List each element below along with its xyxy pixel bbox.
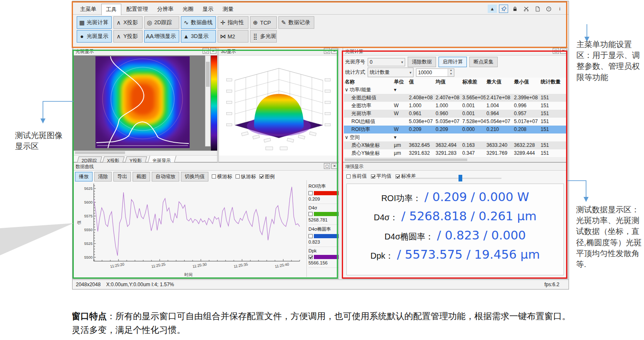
cut-icon[interactable] xyxy=(521,5,531,13)
menu-item-tools[interactable]: 工具 xyxy=(101,4,121,15)
row-name: D4σX xyxy=(344,157,393,158)
auto-scale-button[interactable]: 自动缩放 xyxy=(152,172,179,181)
menu-item-config-management[interactable]: 配置管理 xyxy=(122,4,152,15)
info-icon[interactable]: i xyxy=(555,5,564,13)
toolbar-button-label: M2 xyxy=(228,33,235,40)
toolbar-row-2: ●光斑显示∧Y投影AA增强显示▲3D显示⋈M2⣿多光斑 xyxy=(77,30,314,43)
beam-vertical-scrollbar[interactable] xyxy=(205,55,210,146)
checkbox-box-current-value[interactable] xyxy=(346,174,351,179)
checkbox-h-cursor[interactable]: 横游标 xyxy=(212,173,232,180)
stat-count-spinner[interactable]: 10000 ▲▼ xyxy=(416,68,454,77)
float-icon[interactable]: ▢ xyxy=(553,48,559,54)
legend-checkbox-dpk[interactable] xyxy=(308,255,313,259)
clear-button[interactable]: 清除 xyxy=(94,172,112,181)
menu-item-resolution[interactable]: 分辨率 xyxy=(153,4,178,15)
table-row[interactable]: D4σXµm5754.7115754.1760.4015755.1075753.… xyxy=(344,157,566,158)
spot-index-select[interactable]: 0▾ xyxy=(368,58,405,66)
table-row[interactable]: 光斑功率W0.9610.9600.0010.9640.957151 xyxy=(344,110,566,118)
toolbar-button-data-curve[interactable]: ∿数据曲线 xyxy=(181,16,216,29)
empty-cell xyxy=(408,133,435,141)
toolbar-button-x-projection[interactable]: ∧X投影 xyxy=(113,16,143,29)
grid-dots-icon: ⣿ xyxy=(252,33,259,40)
pin-icon[interactable] xyxy=(499,5,508,13)
clear-data-button[interactable]: 清除数据 xyxy=(408,57,436,67)
export-button[interactable]: 导出 xyxy=(113,172,131,181)
toolbar-button-spot-display[interactable]: ●光斑显示 xyxy=(77,30,112,43)
3d-surface-plot[interactable] xyxy=(219,55,338,156)
readout-label: D4σ： xyxy=(374,212,398,223)
screenshot-button[interactable]: 截图 xyxy=(133,172,150,181)
legend-checkbox-d4sigma-ellipticity[interactable] xyxy=(308,234,313,238)
table-group-row[interactable]: ∨ 空间▾ xyxy=(344,133,566,141)
table-row[interactable]: 质心Y轴坐标µm3291.6323291.2830.3473291.769328… xyxy=(344,149,566,157)
enable-calc-button[interactable]: 启用计算 xyxy=(439,57,467,67)
annotation-spot-image: 测试光斑图像显示区 xyxy=(15,130,70,152)
menu-item-main-menu[interactable]: 主菜单 xyxy=(76,4,100,15)
toolbar-button-multi-spot[interactable]: ⣿多光斑 xyxy=(250,30,277,43)
row-cell: 0.209 xyxy=(435,126,461,133)
collapse-icon[interactable]: ▲ xyxy=(488,5,497,13)
menu-item-aperture[interactable]: 光圈 xyxy=(178,4,198,15)
toolbar-button-enhanced-display[interactable]: AA增强显示 xyxy=(144,30,179,43)
play-button[interactable]: 播放 xyxy=(75,172,93,181)
status-bar: 2048x2048 X:0.00um,Y:0.00um I:4; 1.57% f… xyxy=(73,280,569,289)
float-icon[interactable]: ▢ xyxy=(203,48,209,54)
toolbar-button-data-record[interactable]: ✎数据记录 xyxy=(278,16,314,29)
checkbox-legend[interactable]: 图例 xyxy=(259,173,275,180)
svg-text:11:25:25: 11:25:25 xyxy=(151,262,166,269)
checkbox-current-value[interactable]: 当前值 xyxy=(346,173,367,180)
checkbox-v-cursor[interactable]: 纵游标 xyxy=(236,173,256,180)
decorative-wedge xyxy=(0,223,73,255)
stat-mode-select[interactable]: 统计数量▾ xyxy=(368,68,413,77)
table-row[interactable]: ROI总幅值5.036e+075.035e+077.528e+045.054e+… xyxy=(344,118,566,126)
beam-horizontal-scrollbar[interactable] xyxy=(73,151,217,156)
svg-text:5550: 5550 xyxy=(84,228,93,232)
toolbar-button-spot-calc[interactable]: ▦光斑计算 xyxy=(77,16,112,29)
font-size-slider[interactable] xyxy=(406,178,501,179)
float-icon[interactable]: ▢ xyxy=(324,48,330,54)
toolbar-button-y-projection[interactable]: ∧Y投影 xyxy=(113,30,143,43)
row-cell: W xyxy=(393,110,408,118)
time-series-chart[interactable]: 55005525555055755600562511:25:2011:25:25… xyxy=(75,181,306,280)
checkbox-box-mean-value[interactable] xyxy=(371,174,375,179)
menu-item-measure[interactable]: 测量 xyxy=(218,4,238,15)
checkbox-mean-value[interactable]: 平均值 xyxy=(371,173,391,180)
toolbar-button-m2[interactable]: ⋈M2 xyxy=(218,30,248,43)
checkbox-box-std-dev[interactable] xyxy=(396,174,400,179)
toolbar-button-3d-display[interactable]: ▲3D显示 xyxy=(181,30,216,43)
row-cell: 5.017e+07 xyxy=(513,118,540,126)
toolbar-button-label: 3D显示 xyxy=(191,33,209,40)
toolbar-button-tcp[interactable]: ⊕TCP xyxy=(250,16,277,29)
empty-cell xyxy=(435,86,461,94)
float-icon[interactable]: ▢ xyxy=(324,163,330,169)
breakpoint-capture-button[interactable]: 断点采集 xyxy=(469,57,498,67)
empty-cell xyxy=(408,86,435,94)
close-icon[interactable]: ✕ xyxy=(331,163,338,169)
row-cell: 151 xyxy=(540,110,566,118)
checkbox-box-v-cursor[interactable] xyxy=(236,174,240,179)
checkbox-box-h-cursor[interactable] xyxy=(212,174,216,179)
close-icon[interactable]: ✕ xyxy=(331,48,338,54)
toolbar-button-2d-tracking[interactable]: ◎2D跟踪 xyxy=(144,16,179,29)
help-icon[interactable]: ? xyxy=(544,5,553,13)
table-row[interactable]: 全图总幅值2.408e+082.407e+083.565e+052.417e+0… xyxy=(344,94,566,102)
menu-item-display[interactable]: 显示 xyxy=(198,4,218,15)
toggle-mean-button[interactable]: 切换均值 xyxy=(181,172,208,181)
table-group-row[interactable]: ∨ 功率/能量▾ xyxy=(344,86,566,94)
table-horizontal-scrollbar[interactable] xyxy=(344,158,566,161)
close-icon[interactable]: ✕ xyxy=(560,48,566,54)
enhanced-display-panel: 增强显示 当前值平均值标准差 ROI功率：/ 0.209 / 0.000 WD4… xyxy=(343,162,568,279)
lock-icon[interactable] xyxy=(510,5,519,13)
beam-spot-image[interactable] xyxy=(95,56,190,148)
toolbar-button-pointing[interactable]: ✛指向性 xyxy=(218,16,248,29)
close-icon[interactable]: ✕ xyxy=(210,48,216,54)
legend-checkbox-roi-power[interactable] xyxy=(308,191,313,195)
table-row[interactable]: 质心X轴坐标µm3632.6453632.4940.1633633.240363… xyxy=(344,141,566,149)
table-row[interactable]: ROI功率W0.2090.2090.0000.2100.208151 xyxy=(344,126,566,133)
slider-handle[interactable] xyxy=(459,175,462,181)
table-row[interactable]: 全图功率W1.0001.0000.0011.0040.996151 xyxy=(344,102,566,110)
legend-checkbox-d4sigma[interactable] xyxy=(308,212,313,216)
y-projection-icon: ∧ xyxy=(115,33,122,40)
save-file-icon[interactable] xyxy=(533,5,542,13)
checkbox-box-legend[interactable] xyxy=(259,174,263,179)
